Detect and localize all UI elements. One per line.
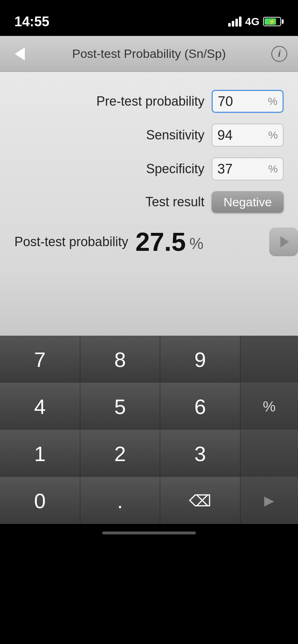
status-bar: 14:55 4G ⚡ bbox=[0, 0, 298, 36]
pre-test-value: 70 bbox=[218, 94, 233, 109]
key-percent[interactable]: % bbox=[240, 383, 298, 430]
chevron-button[interactable] bbox=[269, 227, 298, 256]
keyboard-row-4: 0 . ⌫ ▶ bbox=[0, 477, 298, 524]
specificity-input[interactable]: 37 % bbox=[212, 157, 284, 180]
sensitivity-value: 94 bbox=[217, 128, 232, 143]
numeric-keyboard: 7 8 9 4 5 6 % 1 2 3 0 . ⌫ ▶ bbox=[0, 336, 298, 524]
info-button[interactable]: i bbox=[271, 46, 287, 62]
specificity-label: Specificity bbox=[146, 161, 204, 176]
key-3[interactable]: 3 bbox=[160, 430, 240, 477]
key-5[interactable]: 5 bbox=[80, 383, 161, 430]
pre-test-input[interactable]: 70 % bbox=[212, 90, 284, 113]
key-8[interactable]: 8 bbox=[80, 336, 161, 383]
specificity-value: 37 bbox=[217, 161, 232, 177]
keyboard-row-2: 4 5 6 % bbox=[0, 383, 298, 430]
test-result-row: Test result Negative bbox=[14, 191, 284, 213]
result-value: 27.5 bbox=[135, 227, 186, 257]
keyboard-row-3: 1 2 3 bbox=[0, 430, 298, 477]
home-indicator bbox=[102, 532, 196, 534]
result-unit: % bbox=[189, 235, 203, 253]
test-result-value: Negative bbox=[224, 195, 272, 209]
key-7[interactable]: 7 bbox=[0, 336, 80, 383]
content-spacer bbox=[0, 271, 298, 336]
keyboard-row-1: 7 8 9 bbox=[0, 336, 298, 383]
status-icons: 4G ⚡ bbox=[228, 15, 284, 28]
info-icon: i bbox=[278, 48, 280, 59]
sensitivity-row: Sensitivity 94 % bbox=[14, 124, 284, 147]
sensitivity-input[interactable]: 94 % bbox=[212, 124, 284, 147]
key-6[interactable]: 6 bbox=[160, 383, 240, 430]
result-row: Post-test probability 27.5 % bbox=[14, 227, 284, 257]
key-9[interactable]: 9 bbox=[160, 336, 240, 383]
chevron-right-icon bbox=[280, 236, 289, 248]
battery-icon: ⚡ bbox=[263, 17, 284, 26]
key-2[interactable]: 2 bbox=[80, 430, 161, 477]
result-label: Post-test probability bbox=[14, 234, 128, 249]
test-result-label: Test result bbox=[145, 194, 204, 210]
key-0[interactable]: 0 bbox=[0, 477, 80, 524]
key-empty-1 bbox=[240, 336, 298, 383]
nav-bar: Post-test Probability (Sn/Sp) i bbox=[0, 36, 298, 72]
key-decimal[interactable]: . bbox=[80, 477, 161, 524]
specificity-row: Specificity 37 % bbox=[14, 157, 284, 180]
back-arrow-icon bbox=[15, 47, 25, 60]
sensitivity-unit: % bbox=[268, 129, 278, 141]
specificity-unit: % bbox=[268, 163, 278, 175]
key-arrow-right[interactable]: ▶ bbox=[240, 477, 298, 524]
delete-icon: ⌫ bbox=[189, 492, 211, 510]
network-label: 4G bbox=[245, 15, 259, 28]
sensitivity-label: Sensitivity bbox=[146, 128, 204, 143]
back-button[interactable] bbox=[11, 45, 29, 63]
pre-test-row: Pre-test probability 70 % bbox=[14, 90, 284, 113]
key-1[interactable]: 1 bbox=[0, 430, 80, 477]
page-title: Post-test Probability (Sn/Sp) bbox=[72, 47, 226, 61]
pre-test-label: Pre-test probability bbox=[96, 94, 204, 109]
key-4[interactable]: 4 bbox=[0, 383, 80, 430]
key-empty-2 bbox=[240, 430, 298, 477]
test-result-toggle[interactable]: Negative bbox=[212, 191, 284, 213]
key-delete[interactable]: ⌫ bbox=[160, 477, 240, 524]
main-content: Pre-test probability 70 % Sensitivity 94… bbox=[0, 72, 298, 271]
status-time: 14:55 bbox=[14, 14, 49, 29]
bottom-bar bbox=[0, 524, 298, 542]
pre-test-unit: % bbox=[268, 95, 277, 107]
signal-icon bbox=[228, 17, 241, 27]
